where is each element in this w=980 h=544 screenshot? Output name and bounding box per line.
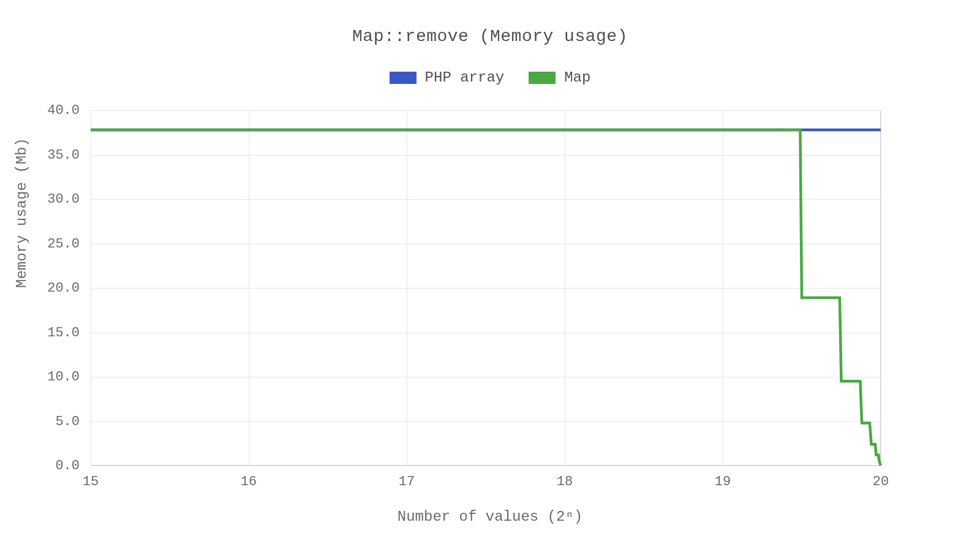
y-tick-label: 10.0 (0, 369, 80, 385)
legend-label-map: Map (564, 69, 590, 86)
legend-label-php-array: PHP array (425, 69, 505, 86)
legend-swatch-php-array (390, 72, 417, 84)
legend-item-map[interactable]: Map (529, 69, 590, 86)
x-tick-label: 20 (869, 474, 893, 489)
legend-swatch-map (529, 72, 556, 84)
y-tick-label: 20.0 (0, 281, 80, 296)
series-line-map (91, 130, 881, 466)
chart-title: Map::remove (Memory usage) (0, 0, 980, 46)
y-tick-label: 35.0 (0, 148, 80, 163)
plot-area[interactable] (91, 110, 881, 466)
x-tick-label: 15 (78, 474, 103, 489)
plot-lines (91, 110, 881, 466)
x-tick-label: 17 (394, 474, 419, 489)
x-tick-label: 18 (552, 474, 577, 489)
chart-legend: PHP array Map (0, 69, 980, 86)
y-tick-label: 0.0 (0, 458, 80, 474)
x-tick-label: 16 (236, 474, 261, 489)
y-tick-label: 15.0 (0, 325, 80, 341)
y-tick-label: 25.0 (0, 236, 80, 252)
x-axis-label: Number of values (2ⁿ) (0, 508, 980, 525)
chart-container: Map::remove (Memory usage) PHP array Map… (0, 0, 980, 544)
legend-item-php-array[interactable]: PHP array (390, 69, 505, 86)
y-tick-label: 40.0 (0, 103, 80, 118)
y-tick-label: 30.0 (0, 192, 80, 207)
x-tick-label: 19 (710, 474, 735, 489)
y-tick-label: 5.0 (0, 414, 80, 429)
